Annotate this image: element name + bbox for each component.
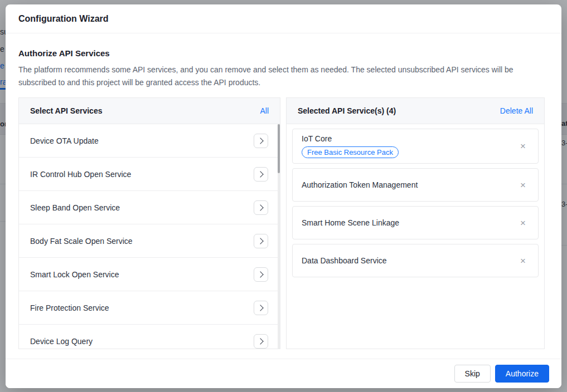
- selected-service-card: Data Dashboard Service ×: [292, 244, 539, 277]
- modal-title: Configuration Wizard: [18, 14, 109, 24]
- selected-api-services-list: IoT Core Free Basic Resource Pack × Auth…: [287, 124, 544, 286]
- select-api-services-list: Device OTA Update IR Control Hub Open Se…: [19, 124, 280, 349]
- modal-footer: Skip Authorize: [6, 359, 561, 388]
- close-icon: ×: [520, 141, 526, 151]
- selected-service-card: Smart Home Scene Linkage ×: [292, 206, 539, 239]
- selected-service-name: Smart Home Scene Linkage: [302, 218, 399, 227]
- select-all-link[interactable]: All: [260, 106, 269, 115]
- left-panel-scrollbar[interactable]: [278, 124, 280, 349]
- chevron-right-icon: [257, 338, 263, 344]
- add-service-button[interactable]: [254, 267, 268, 282]
- configuration-wizard-modal: Configuration Wizard Authorize API Servi…: [6, 4, 561, 388]
- remove-service-button[interactable]: ×: [517, 141, 529, 151]
- selected-service-card: IoT Core Free Basic Resource Pack ×: [292, 129, 539, 164]
- selected-service-name: IoT Core: [302, 134, 399, 143]
- remove-service-button[interactable]: ×: [517, 180, 529, 190]
- api-service-row: Sleep Band Open Service: [19, 191, 280, 224]
- close-icon: ×: [520, 180, 526, 190]
- select-panel-header: Select API Services All: [19, 98, 280, 124]
- add-service-button[interactable]: [254, 134, 268, 148]
- selected-api-services-panel: Selected API Service(s) (4) Delete All I…: [286, 97, 545, 349]
- chevron-right-icon: [257, 305, 263, 311]
- close-icon: ×: [520, 218, 526, 228]
- selected-service-info: Authorization Token Management: [302, 180, 418, 189]
- api-service-row: IR Control Hub Open Service: [19, 158, 280, 191]
- api-service-name: Device OTA Update: [30, 136, 99, 145]
- add-service-button[interactable]: [254, 301, 268, 315]
- authorize-button[interactable]: Authorize: [495, 365, 549, 383]
- selected-service-info: Smart Home Scene Linkage: [302, 218, 399, 227]
- selected-service-name: Authorization Token Management: [302, 180, 418, 189]
- api-service-row: Device Log Query: [19, 325, 280, 349]
- add-service-button[interactable]: [254, 167, 268, 182]
- resource-pack-badge: Free Basic Resource Pack: [302, 146, 399, 158]
- skip-button[interactable]: Skip: [454, 365, 491, 383]
- add-service-button[interactable]: [254, 234, 268, 248]
- selected-panel-header: Selected API Service(s) (4) Delete All: [287, 98, 544, 124]
- transfer-panels: Select API Services All Device OTA Updat…: [18, 97, 545, 349]
- api-service-name: Smart Lock Open Service: [30, 270, 119, 279]
- add-service-button[interactable]: [254, 334, 268, 349]
- chevron-right-icon: [257, 138, 263, 144]
- chevron-right-icon: [257, 238, 263, 244]
- select-panel-title: Select API Services: [30, 106, 102, 115]
- selected-service-card: Authorization Token Management ×: [292, 168, 539, 202]
- left-panel-scrollbar-thumb[interactable]: [278, 124, 280, 173]
- selected-service-name: Data Dashboard Service: [302, 256, 387, 265]
- api-service-row: Device OTA Update: [19, 124, 280, 158]
- chevron-right-icon: [257, 204, 263, 210]
- modal-titlebar: Configuration Wizard: [6, 4, 561, 33]
- chevron-right-icon: [257, 171, 263, 177]
- select-api-services-panel: Select API Services All Device OTA Updat…: [18, 97, 280, 349]
- remove-service-button[interactable]: ×: [517, 256, 529, 266]
- selected-service-info: Data Dashboard Service: [302, 256, 387, 265]
- selected-panel-title: Selected API Service(s) (4): [298, 106, 396, 115]
- api-service-name: Fire Protection Service: [30, 303, 109, 312]
- section-heading: Authorize API Services: [18, 48, 549, 58]
- api-service-name: Device Log Query: [30, 337, 93, 346]
- delete-all-link[interactable]: Delete All: [500, 106, 533, 115]
- selected-service-info: IoT Core Free Basic Resource Pack: [302, 134, 399, 158]
- api-service-row: Smart Lock Open Service: [19, 258, 280, 291]
- remove-service-button[interactable]: ×: [517, 218, 529, 228]
- api-service-row: Body Fat Scale Open Service: [19, 224, 280, 258]
- api-service-name: Body Fat Scale Open Service: [30, 237, 133, 246]
- section-description: The platform recommends some API service…: [18, 63, 540, 89]
- api-service-name: Sleep Band Open Service: [30, 203, 120, 212]
- api-service-row: Fire Protection Service: [19, 291, 280, 325]
- chevron-right-icon: [257, 271, 263, 277]
- api-service-name: IR Control Hub Open Service: [30, 170, 131, 179]
- add-service-button[interactable]: [254, 200, 268, 215]
- close-icon: ×: [520, 256, 526, 266]
